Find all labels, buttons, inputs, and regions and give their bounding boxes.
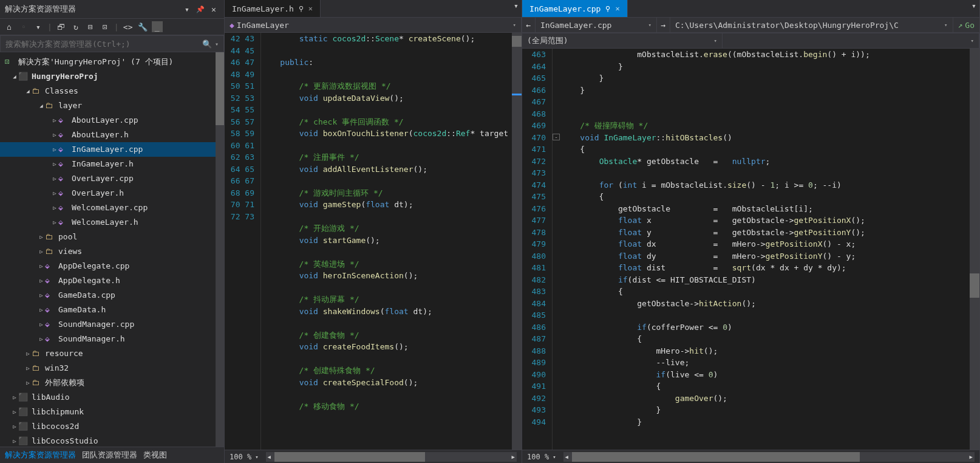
tab-team-explorer[interactable]: 团队资源管理器 — [82, 450, 137, 461]
pin-icon[interactable]: ⚲ — [605, 5, 610, 13]
nav-class-dropdown[interactable]: ◆ InGameLayer ▾ — [225, 18, 522, 32]
class-icon: ◆ — [230, 21, 234, 30]
project-icon: ⬛ — [18, 72, 28, 81]
file-item[interactable]: ▷ ⬙ OverLayer.cpp — [0, 171, 224, 186]
zoom-level[interactable]: 100 % — [527, 453, 549, 461]
cpp-file-icon: ⬙ — [45, 306, 55, 314]
caret-icon: ▷ — [24, 377, 32, 389]
nav-label: (全局范围) — [527, 35, 568, 46]
project-icon: ⬛ — [18, 393, 28, 402]
nav-member-dropdown[interactable]: ▾ — [723, 33, 979, 48]
folder-external[interactable]: ▷ 🗀 外部依赖项 — [0, 376, 224, 390]
editor-area: InGameLayer.h ⚲ ✕ ▾ ◆ InGameLayer ▾ 42 4… — [225, 0, 980, 463]
tab-solution-explorer[interactable]: 解决方案资源管理器 — [5, 450, 76, 461]
file-item[interactable]: ▷ ⬙ WelcomeLayer.h — [0, 215, 224, 230]
caret-icon: ▷ — [24, 348, 32, 360]
pin-icon[interactable]: ⚲ — [299, 5, 304, 13]
window-menu-icon[interactable]: ▾ — [968, 0, 979, 11]
go-button[interactable]: ↗Go — [953, 18, 979, 32]
search-icon[interactable]: 🔍 — [202, 38, 213, 49]
tab-ingamelayer-h[interactable]: InGameLayer.h ⚲ ✕ — [225, 0, 321, 17]
caret-icon: ◢ — [11, 70, 18, 83]
refresh-icon[interactable]: ↻ — [70, 21, 81, 32]
collapse-icon[interactable]: ⊟ — [85, 21, 96, 32]
show-all-icon[interactable]: ⊡ — [100, 21, 111, 32]
tab-bar-left: InGameLayer.h ⚲ ✕ ▾ — [225, 0, 522, 17]
close-icon[interactable]: ✕ — [208, 4, 219, 15]
file-item[interactable]: ▷ ⬙ SoundManager.h — [0, 332, 224, 346]
folder-views[interactable]: ▷ 🗀 views — [0, 244, 224, 259]
solution-node[interactable]: ⊡ 解决方案'HungryHeroProj' (7 个项目) — [0, 55, 224, 69]
file-item[interactable]: ▷ ⬙ SoundManager.cpp — [0, 317, 224, 332]
tab-bar-right: InGameLayer.cpp ⚲ ✕ ▾ — [522, 0, 979, 17]
zoom-level[interactable]: 100 % — [230, 453, 251, 461]
sidebar-header: 解决方案资源管理器 ▾ 📌 ✕ — [0, 0, 224, 19]
code-area-left[interactable]: 42 43 44 45 46 47 48 49 50 51 52 53 54 5… — [225, 33, 522, 450]
nav-label: InGameLayer — [237, 21, 289, 30]
folder-icon: 🗀 — [45, 233, 55, 241]
file-item[interactable]: ▷ ⬙ InGameLayer.h — [0, 157, 224, 171]
close-icon[interactable]: ✕ — [308, 4, 313, 13]
project-item[interactable]: ▷ ⬛ libCocosStudio — [0, 434, 224, 447]
folder-win32[interactable]: ▷ 🗀 win32 — [0, 361, 224, 376]
file-item[interactable]: ▷ ⬙ AboutLayer.h — [0, 128, 224, 142]
nav-forward[interactable]: → — [657, 18, 670, 32]
properties-icon[interactable]: 🔧 — [137, 21, 148, 32]
project-item[interactable]: ▷ ⬛ libAudio — [0, 390, 224, 405]
cpp-file-icon: ⬙ — [58, 131, 68, 139]
tab-class-view[interactable]: 类视图 — [143, 450, 167, 461]
preview-icon[interactable]: _ — [152, 21, 163, 32]
file-item[interactable]: ▷ ⬙ InGameLayer.cpp — [0, 142, 224, 157]
pin-icon[interactable]: 📌 — [195, 4, 206, 15]
status-bar-left: 100 % ▾ ◀ ▶ — [225, 450, 522, 463]
editor-pane-right: InGameLayer.cpp ⚲ ✕ ▾ ← InGameLayer.cpp … — [522, 0, 980, 463]
sync-icon[interactable]: 🗗 — [56, 21, 67, 32]
scrollbar-horizontal[interactable]: ◀ ▶ — [266, 452, 517, 462]
folder-pool[interactable]: ▷ 🗀 pool — [0, 230, 224, 244]
cpp-file-icon: ⬙ — [45, 291, 55, 300]
code-content[interactable]: mObstacleList.erase((mObstacleList.begin… — [561, 49, 979, 450]
file-item[interactable]: ▷ ⬙ GameData.cpp — [0, 288, 224, 303]
project-item[interactable]: ▷ ⬛ libcocos2d — [0, 419, 224, 434]
folder-layer[interactable]: ◢ 🗀 layer — [0, 98, 224, 113]
folder-classes[interactable]: ◢ 🗀 Classes — [0, 84, 224, 98]
tab-ingamelayer-cpp[interactable]: InGameLayer.cpp ⚲ ✕ — [522, 0, 628, 17]
code-content[interactable]: static cocos2d::Scene* createScene(); pu… — [261, 33, 522, 450]
scrollbar-horizontal[interactable]: ◀ ▶ — [563, 452, 975, 462]
nav-bar-right: ← InGameLayer.cpp ▾ → C:\Users\Administr… — [522, 17, 979, 33]
project-item[interactable]: ▷ ⬛ libchipmunk — [0, 405, 224, 419]
scrollbar-vertical[interactable] — [512, 33, 522, 450]
tab-label: InGameLayer.cpp — [529, 4, 601, 13]
file-item[interactable]: ▷ ⬙ AppDelegate.cpp — [0, 259, 224, 273]
code-icon[interactable]: <> — [123, 21, 134, 32]
search-bar: 🔍 ▾ — [0, 35, 224, 52]
file-item[interactable]: ▷ ⬙ AboutLayer.cpp — [0, 113, 224, 128]
solution-tree: ⊡ 解决方案'HungryHeroProj' (7 个项目) ◢ ⬛ Hungr… — [0, 52, 224, 447]
code-area-right[interactable]: 463 464 465 466 467 468 469 470 471 472 … — [522, 49, 979, 450]
nav-file-dropdown[interactable]: InGameLayer.cpp ▾ — [536, 18, 657, 32]
window-menu-icon[interactable]: ▾ — [511, 0, 522, 11]
search-input[interactable] — [5, 39, 202, 49]
project-node[interactable]: ◢ ⬛ HungryHeroProj — [0, 69, 224, 84]
cpp-file-icon: ⬙ — [45, 320, 55, 329]
line-gutter: 42 43 44 45 46 47 48 49 50 51 52 53 54 5… — [225, 33, 261, 450]
sidebar-title: 解决方案资源管理器 — [5, 4, 76, 15]
folder-resource[interactable]: ▷ 🗀 resource — [0, 346, 224, 361]
back-icon[interactable]: ◦ — [18, 21, 29, 32]
nav-scope-dropdown[interactable]: (全局范围) ▾ — [522, 33, 723, 48]
close-icon[interactable]: ✕ — [615, 4, 619, 13]
scrollbar-vertical[interactable] — [970, 49, 979, 450]
cpp-file-icon: ⬙ — [45, 276, 55, 285]
file-item[interactable]: ▷ ⬙ WelcomeLayer.cpp — [0, 201, 224, 215]
fold-column[interactable]: - — [553, 49, 561, 450]
file-item[interactable]: ▷ ⬙ OverLayer.h — [0, 186, 224, 201]
caret-icon[interactable]: ▾ — [33, 21, 44, 32]
dropdown-icon[interactable]: ▾ — [182, 4, 192, 15]
tree-scrollbar[interactable] — [216, 52, 224, 447]
nav-path-dropdown[interactable]: C:\Users\Administrator\Desktop\HungryHer… — [670, 18, 953, 32]
nav-back[interactable]: ← — [522, 18, 536, 32]
file-item[interactable]: ▷ ⬙ AppDelegate.h — [0, 273, 224, 288]
file-item[interactable]: ▷ ⬙ GameData.h — [0, 303, 224, 317]
editor-pane-left: InGameLayer.h ⚲ ✕ ▾ ◆ InGameLayer ▾ 42 4… — [225, 0, 522, 463]
home-icon[interactable]: ⌂ — [4, 21, 15, 32]
